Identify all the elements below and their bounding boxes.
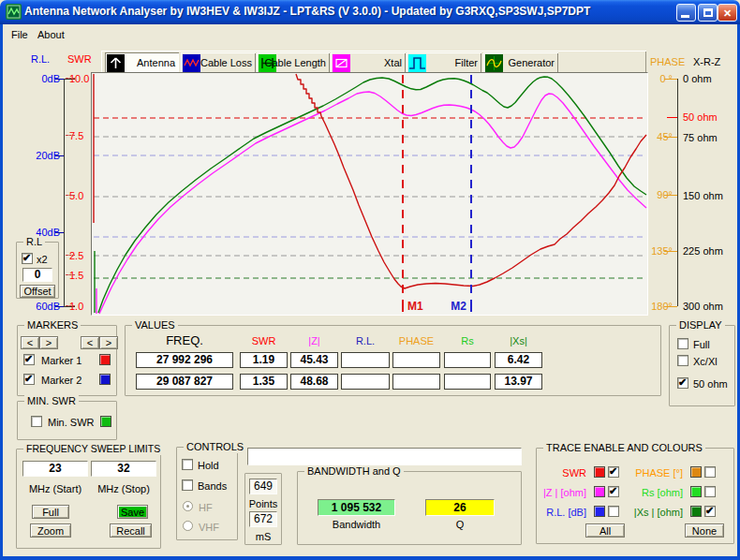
tab-label: Cable Length <box>265 52 326 74</box>
close-button[interactable]: ✕ <box>718 4 737 22</box>
marker2-checkbox[interactable] <box>23 374 35 385</box>
trace-checkbox-rsohm[interactable] <box>704 486 716 497</box>
marker1-color-swatch[interactable] <box>99 354 111 365</box>
display-xcxl-label: Xc/Xl <box>693 356 718 367</box>
tab-cable-loss[interactable]: Cable Loss <box>181 52 256 74</box>
menu-file[interactable]: File <box>7 27 32 42</box>
min-swr-label: Min. SWR <box>48 417 95 428</box>
values-cell-m2-rs <box>444 374 491 390</box>
menu-about[interactable]: About <box>34 27 68 42</box>
rl-axis-header: R.L. <box>31 53 50 65</box>
trace-swatch-rsohm[interactable] <box>690 486 702 497</box>
Xs-trace <box>98 77 646 313</box>
phase-tick-mark <box>664 306 677 307</box>
rl-tick-mark <box>55 79 64 80</box>
hf-radio[interactable] <box>183 501 193 511</box>
q-label: Q <box>425 519 495 530</box>
values-cell-m1-swr: 1.19 <box>240 352 288 368</box>
swr-tick-mark <box>66 274 75 275</box>
title-bar[interactable]: Antenna Network Analyser by IW3HEV & IW3… <box>0 0 740 24</box>
values-cell-m1-rl <box>341 352 390 368</box>
values-cell-m1-phase <box>392 352 440 368</box>
marker1-next-button[interactable]: > <box>39 336 58 349</box>
full-sweep-button[interactable]: Full <box>32 505 69 519</box>
min-swr-checkbox[interactable] <box>31 416 42 427</box>
bands-label: Bands <box>198 480 227 492</box>
offset-input[interactable]: 0 <box>22 268 52 282</box>
all-traces-button[interactable]: All <box>585 523 625 538</box>
bands-checkbox[interactable] <box>182 479 193 491</box>
filter-icon <box>408 54 426 72</box>
values-header-rl: R.L. <box>341 335 390 346</box>
values-cell-m1-freq: 27 992 296 <box>136 352 233 368</box>
trace-swatch-xsohm[interactable] <box>690 506 702 517</box>
xrz-axis-header: X-R-Z <box>693 56 720 67</box>
recall-button[interactable]: Recall <box>110 523 152 538</box>
no-traces-button[interactable]: None <box>685 523 724 538</box>
save-button[interactable]: Save <box>117 505 148 519</box>
maximize-icon <box>703 8 713 17</box>
display-50ohm-checkbox[interactable] <box>677 377 688 389</box>
marker1-checkbox[interactable] <box>23 354 35 365</box>
hold-checkbox[interactable] <box>182 459 193 470</box>
values-cell-m2-freq: 29 087 827 <box>136 374 233 390</box>
swr-tick-mark <box>66 195 75 196</box>
values-cell-m2-z: 48.68 <box>290 374 338 390</box>
tab-label: Filter <box>455 52 478 74</box>
offset-button[interactable]: Offset <box>20 285 55 298</box>
sweep-time-label: mS <box>245 531 281 542</box>
values-header-xs: |Xs| <box>495 335 542 346</box>
trace-swatch-rldb[interactable] <box>594 506 605 517</box>
stop-frequency-input[interactable]: 32 <box>91 461 156 477</box>
display-full-checkbox[interactable] <box>677 338 688 349</box>
trace-checkbox-rldb[interactable] <box>608 506 619 517</box>
trace-swatch-zohm[interactable] <box>594 486 605 497</box>
tab-filter[interactable]: Filter <box>407 52 481 74</box>
trace-checkbox-swr[interactable] <box>608 466 619 478</box>
start-frequency-input[interactable]: 23 <box>22 461 88 477</box>
swr-tick-label: 2.5 <box>69 250 83 261</box>
display-xcxl-checkbox[interactable] <box>677 355 688 366</box>
tab-cable-length[interactable]: Cable Length <box>257 52 330 74</box>
swr-tick-mark <box>66 135 75 136</box>
trace-label-swr: SWR <box>539 467 586 479</box>
min-swr-color-swatch[interactable] <box>100 416 111 427</box>
bandwidth-value: 1 095 532 <box>318 499 395 516</box>
antenna-icon <box>107 54 125 72</box>
swr-tick-label: 5.0 <box>69 190 83 201</box>
trace-swatch-swr[interactable] <box>594 466 605 478</box>
values-title: VALUES <box>132 319 178 332</box>
vhf-radio[interactable] <box>183 521 193 531</box>
close-icon: ✕ <box>723 7 732 19</box>
start-frequency-label: MHz (Start) <box>22 483 88 494</box>
status-input[interactable] <box>247 448 522 465</box>
tab-generator[interactable]: Generator <box>483 52 558 74</box>
impedance-tick-label: 0 ohm <box>683 73 712 84</box>
frequency-sweep-panel: FREQUENCY SWEEP LIMITS 23 32 MHz (Start)… <box>16 449 161 549</box>
marker2-next-button[interactable]: > <box>99 336 118 349</box>
tab-antenna[interactable]: Antenna <box>105 52 179 74</box>
x2-checkbox[interactable] <box>22 253 33 264</box>
marker-label-m2: M2 <box>451 300 466 313</box>
zoom-button[interactable]: Zoom <box>30 523 71 538</box>
marker2-color-swatch[interactable] <box>99 374 111 385</box>
markers-panel: MARKERS < > < > Marker 1 Marker 2 <box>17 325 117 396</box>
min-swr-panel: MIN. SWR Min. SWR <box>17 401 117 440</box>
tab-xtal[interactable]: Xtal <box>331 52 406 74</box>
trace-checkbox-phase[interactable] <box>704 466 716 478</box>
trace-checkbox-zohm[interactable] <box>608 486 619 497</box>
sweep-chart[interactable]: M1M2 <box>91 72 648 316</box>
minimize-button[interactable] <box>676 4 696 22</box>
frequency-sweep-title: FREQUENCY SWEEP LIMITS <box>23 443 163 455</box>
values-cell-m1-xs: 6.42 <box>495 352 542 368</box>
maximize-button[interactable] <box>698 4 718 22</box>
trace-swatch-phase[interactable] <box>690 466 702 478</box>
marker1-prev-button[interactable]: < <box>21 336 39 349</box>
tab-label: Antenna <box>137 52 175 74</box>
markers-title: MARKERS <box>24 319 81 332</box>
values-cell-m2-rl <box>341 374 390 390</box>
minimize-icon <box>681 15 689 18</box>
display-50ohm-label: 50 ohm <box>693 378 728 390</box>
trace-checkbox-xsohm[interactable] <box>704 506 716 517</box>
marker2-prev-button[interactable]: < <box>81 336 99 349</box>
